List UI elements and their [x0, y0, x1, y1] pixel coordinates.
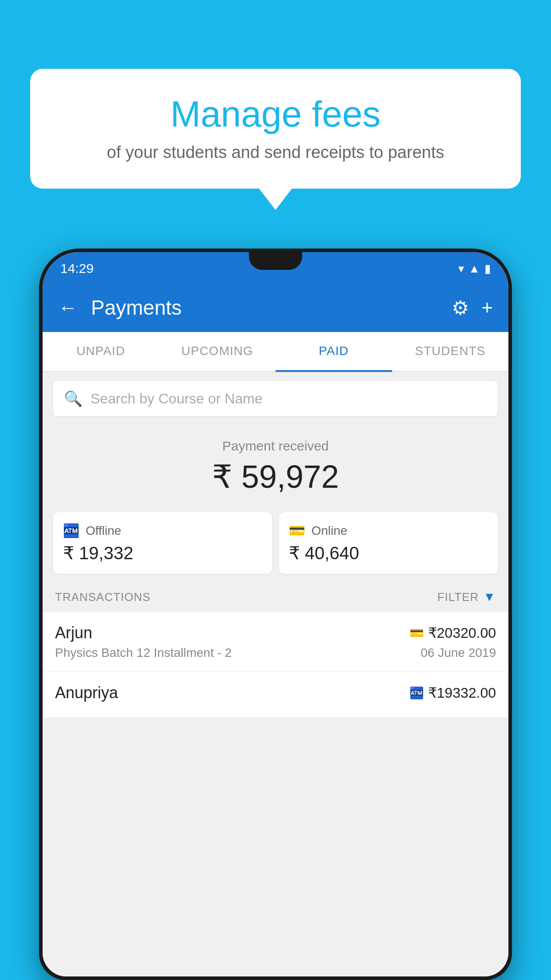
tab-upcoming[interactable]: UPCOMING	[159, 332, 276, 372]
speech-bubble-subtitle: of your students and send receipts to pa…	[57, 143, 494, 162]
settings-icon[interactable]: ⚙	[452, 296, 469, 319]
speech-bubble-title: Manage fees	[57, 93, 494, 135]
status-time: 14:29	[60, 259, 94, 276]
payment-amount: ₹ 59,972	[43, 458, 508, 495]
filter-button[interactable]: FILTER ▼	[437, 590, 496, 604]
filter-label: FILTER	[437, 590, 479, 604]
offline-icon: 🏧	[63, 523, 79, 538]
transaction-bottom-row: Physics Batch 12 Installment - 2 06 June…	[55, 646, 496, 660]
offline-card-header: 🏧 Offline	[63, 523, 262, 538]
phone-mockup: 14:29 ▾ ▲ ▮ ← Payments ⚙ + UNPAID UPCO	[39, 249, 512, 980]
search-icon: 🔍	[64, 390, 83, 407]
transactions-header: TRANSACTIONS FILTER ▼	[43, 582, 508, 612]
wifi-icon: ▾	[458, 262, 464, 276]
offline-amount: ₹ 19,332	[63, 543, 262, 563]
transaction-date: 06 June 2019	[421, 646, 496, 660]
offline-card: 🏧 Offline ₹ 19,332	[53, 512, 272, 574]
transaction-mode-icon-2: 🏧	[409, 686, 424, 700]
phone-screen: 14:29 ▾ ▲ ▮ ← Payments ⚙ + UNPAID UPCO	[43, 252, 508, 976]
speech-bubble: Manage fees of your students and send re…	[30, 69, 521, 189]
add-icon[interactable]: +	[481, 296, 493, 319]
search-input[interactable]: Search by Course or Name	[91, 391, 263, 407]
transaction-name: Arjun	[55, 624, 92, 642]
online-amount: ₹ 40,640	[289, 543, 488, 563]
transaction-amount-wrap-2: 🏧 ₹19332.00	[409, 684, 496, 701]
transaction-amount: ₹20320.00	[428, 624, 496, 641]
transaction-top-row-2: Anupriya 🏧 ₹19332.00	[55, 684, 496, 702]
offline-label: Offline	[86, 524, 121, 538]
online-card: 💳 Online ₹ 40,640	[279, 512, 498, 574]
search-bar[interactable]: 🔍 Search by Course or Name	[53, 381, 498, 416]
transaction-name-2: Anupriya	[55, 684, 118, 702]
content-area: 🔍 Search by Course or Name Payment recei…	[43, 372, 508, 976]
page-title: Payments	[91, 296, 438, 320]
payment-cards: 🏧 Offline ₹ 19,332 💳 Online ₹ 40,640	[53, 512, 498, 574]
transactions-label: TRANSACTIONS	[55, 590, 151, 604]
online-card-header: 💳 Online	[289, 523, 488, 538]
payment-label: Payment received	[43, 439, 508, 454]
transaction-amount-wrap: 💳 ₹20320.00	[409, 624, 496, 641]
tabs: UNPAID UPCOMING PAID STUDENTS	[43, 332, 508, 372]
filter-icon: ▼	[483, 590, 496, 604]
transaction-course: Physics Batch 12 Installment - 2	[55, 646, 232, 660]
transaction-amount-2: ₹19332.00	[428, 684, 496, 701]
payment-received-section: Payment received ₹ 59,972	[43, 425, 508, 504]
tab-paid[interactable]: PAID	[276, 332, 392, 372]
online-label: Online	[311, 524, 347, 538]
transaction-top-row: Arjun 💳 ₹20320.00	[55, 624, 496, 642]
app-bar: ← Payments ⚙ +	[43, 283, 508, 332]
tab-unpaid[interactable]: UNPAID	[43, 332, 159, 372]
status-icons: ▾ ▲ ▮	[458, 260, 491, 276]
transaction-mode-icon: 💳	[409, 626, 424, 640]
back-button[interactable]: ←	[58, 296, 78, 319]
signal-icon: ▲	[468, 262, 480, 276]
tab-students[interactable]: STUDENTS	[392, 332, 509, 372]
online-icon: 💳	[289, 523, 305, 538]
battery-icon: ▮	[484, 262, 491, 276]
transaction-item-anupriya[interactable]: Anupriya 🏧 ₹19332.00	[43, 672, 508, 718]
phone-notch	[249, 252, 302, 270]
app-bar-actions: ⚙ +	[452, 296, 493, 319]
transaction-item-arjun[interactable]: Arjun 💳 ₹20320.00 Physics Batch 12 Insta…	[43, 612, 508, 672]
